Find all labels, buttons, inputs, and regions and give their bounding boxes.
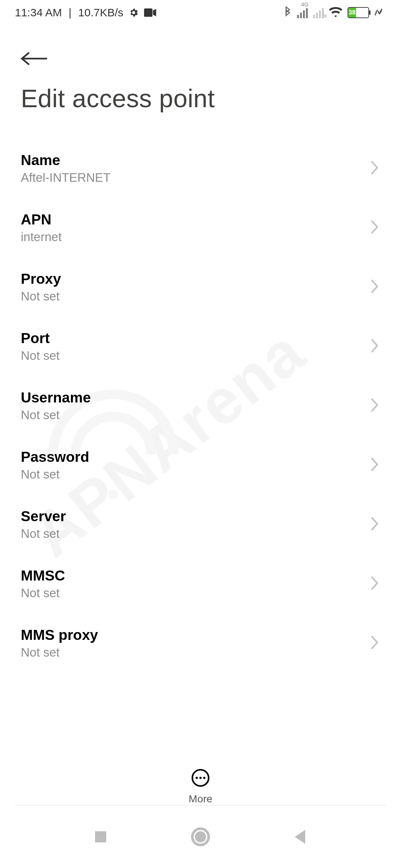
chevron-right-icon	[369, 220, 380, 236]
setting-row-apn[interactable]: APN internet	[21, 198, 380, 257]
svg-point-2	[196, 777, 198, 779]
setting-row-mmsc[interactable]: MMSC Not set	[21, 554, 380, 614]
svg-point-4	[203, 777, 205, 779]
page-title: Edit access point	[21, 84, 380, 113]
settings-list: Name Aftel-INTERNET APN internet Proxy N…	[21, 139, 380, 673]
svg-rect-0	[144, 9, 153, 17]
wifi-icon	[329, 7, 342, 18]
signal-4g-label: 4G	[301, 1, 309, 7]
chevron-right-icon	[369, 398, 380, 414]
camera-icon	[144, 8, 157, 17]
status-left: 11:34 AM | 10.7KB/s	[15, 6, 157, 19]
system-nav-bar	[0, 806, 401, 868]
setting-value: Aftel-INTERNET	[21, 171, 111, 185]
setting-value: Not set	[21, 408, 91, 422]
setting-label: MMSC	[21, 568, 65, 584]
signal-sim1: 4G	[297, 7, 308, 18]
setting-value: Not set	[21, 645, 98, 660]
setting-label: Server	[21, 508, 66, 525]
setting-row-proxy[interactable]: Proxy Not set	[21, 257, 380, 317]
bluetooth-icon	[284, 6, 292, 19]
chevron-right-icon	[369, 338, 380, 355]
setting-row-name[interactable]: Name Aftel-INTERNET	[21, 139, 380, 198]
setting-value: internet	[21, 230, 62, 244]
gear-icon	[128, 7, 139, 18]
nav-back-button[interactable]	[293, 828, 308, 845]
setting-row-port[interactable]: Port Not set	[21, 317, 380, 376]
signal-sim2: ✕	[313, 7, 324, 18]
status-separator: |	[67, 6, 73, 19]
back-button[interactable]	[21, 50, 380, 69]
more-button[interactable]: More	[189, 768, 212, 805]
battery-level: 38	[348, 8, 356, 17]
more-label: More	[189, 793, 212, 805]
status-time: 11:34 AM	[15, 6, 62, 19]
setting-row-mms-proxy[interactable]: MMS proxy Not set	[21, 614, 380, 673]
setting-label: APN	[21, 211, 62, 228]
chevron-right-icon	[369, 576, 380, 592]
setting-label: Port	[21, 330, 60, 346]
nav-recent-button[interactable]	[93, 829, 108, 845]
status-net-speed: 10.7KB/s	[78, 6, 124, 19]
arrow-left-icon	[21, 50, 48, 68]
svg-rect-5	[95, 831, 106, 842]
nav-home-button[interactable]	[190, 826, 211, 847]
svg-point-3	[199, 777, 202, 779]
chevron-right-icon	[369, 635, 380, 651]
setting-label: Username	[21, 389, 91, 406]
setting-label: MMS proxy	[21, 627, 98, 643]
chevron-right-icon	[369, 160, 380, 177]
status-bar: 11:34 AM | 10.7KB/s 4G ✕ 38 🗲	[0, 0, 401, 25]
chevron-right-icon	[369, 279, 380, 295]
setting-row-server[interactable]: Server Not set	[21, 495, 380, 554]
chevron-right-icon	[369, 457, 380, 473]
charging-icon: 🗲	[374, 7, 383, 18]
more-icon	[190, 768, 211, 789]
setting-value: Not set	[21, 527, 66, 541]
setting-value: Not set	[21, 467, 89, 481]
chevron-right-icon	[369, 516, 380, 533]
setting-label: Name	[21, 152, 111, 168]
setting-row-password[interactable]: Password Not set	[21, 435, 380, 495]
setting-label: Password	[21, 449, 89, 465]
no-sim-x-icon: ✕	[323, 13, 327, 20]
setting-value: Not set	[21, 289, 61, 303]
battery-icon: 38	[348, 7, 369, 18]
status-right: 4G ✕ 38 🗲	[284, 6, 383, 19]
setting-value: Not set	[21, 349, 60, 363]
setting-row-username[interactable]: Username Not set	[21, 376, 380, 435]
setting-label: Proxy	[21, 271, 61, 287]
svg-point-7	[195, 831, 206, 842]
setting-value: Not set	[21, 586, 65, 600]
